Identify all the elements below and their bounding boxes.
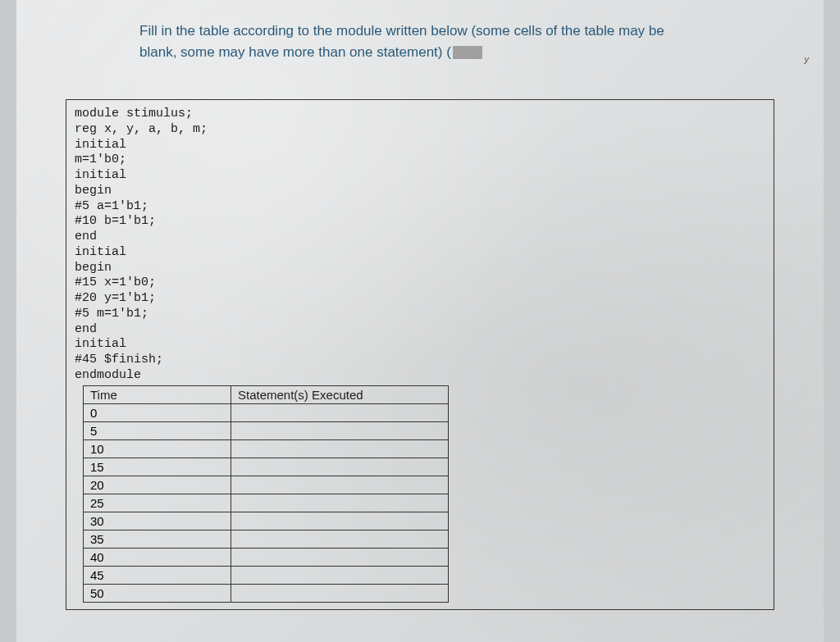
code-line: initial	[75, 245, 126, 259]
cell-time: 10	[84, 439, 231, 458]
table-row: 40	[84, 548, 449, 566]
header-time: Time	[84, 385, 231, 403]
table-header-row: Time Statement(s) Executed	[84, 385, 449, 403]
code-line: initial	[75, 138, 126, 152]
table-row: 20	[84, 476, 449, 494]
table-row: 35	[84, 530, 449, 548]
code-line: initial	[75, 168, 126, 182]
instruction-text: Fill in the table according to the modul…	[139, 20, 742, 62]
code-line: #5 m=1'b1;	[75, 307, 148, 321]
cell-time: 45	[84, 566, 231, 584]
cell-stmt	[231, 494, 449, 512]
table-row: 50	[84, 584, 449, 602]
cell-time: 5	[84, 421, 231, 439]
code-line: m=1'b0;	[75, 153, 126, 166]
cell-stmt	[231, 476, 449, 494]
code-line: #5 a=1'b1;	[75, 199, 148, 213]
corner-mark: y	[805, 54, 810, 64]
code-line: #15 x=1'b0;	[75, 275, 156, 289]
content-box: module stimulus; reg x, y, a, b, m; init…	[66, 99, 774, 610]
cell-stmt	[231, 458, 449, 476]
redacted-box	[453, 46, 482, 59]
cell-time: 0	[84, 403, 231, 421]
cell-stmt	[231, 566, 449, 584]
table-row: 0	[84, 403, 449, 421]
cell-time: 30	[84, 512, 231, 530]
code-line: #45 $finish;	[75, 353, 163, 367]
table-row: 30	[84, 512, 449, 530]
code-line: begin	[75, 184, 112, 198]
code-line: module stimulus;	[75, 107, 193, 121]
table-row: 15	[84, 458, 449, 476]
instruction-line-1: Fill in the table according to the modul…	[139, 23, 664, 39]
cell-time: 40	[84, 548, 231, 566]
page-surface: Fill in the table according to the modul…	[16, 0, 824, 642]
table-row: 5	[84, 421, 449, 439]
code-line: initial	[75, 337, 126, 351]
cell-stmt	[231, 512, 449, 530]
table-row: 10	[84, 439, 449, 458]
code-line: #10 b=1'b1;	[75, 214, 156, 228]
code-block: module stimulus; reg x, y, a, b, m; init…	[75, 107, 765, 384]
cell-stmt	[231, 530, 449, 548]
code-line: #20 y=1'b1;	[75, 291, 156, 305]
instruction-line-2: blank, some may have more than one state…	[139, 44, 451, 60]
cell-stmt	[231, 439, 449, 458]
cell-time: 25	[84, 494, 231, 512]
execution-table: Time Statement(s) Executed 0 5 10 15 20	[83, 385, 449, 603]
cell-stmt	[231, 403, 449, 421]
header-statements: Statement(s) Executed	[231, 385, 449, 403]
table-row: 45	[84, 566, 449, 584]
code-line: end	[75, 230, 97, 244]
cell-stmt	[231, 584, 449, 602]
cell-time: 35	[84, 530, 231, 548]
table-row: 25	[84, 494, 449, 512]
cell-stmt	[231, 421, 449, 439]
code-line: endmodule	[75, 368, 141, 382]
cell-time: 15	[84, 458, 231, 476]
code-line: begin	[75, 261, 112, 275]
code-line: end	[75, 322, 97, 336]
cell-time: 20	[84, 476, 231, 494]
cell-time: 50	[84, 584, 231, 602]
cell-stmt	[231, 548, 449, 566]
code-line: reg x, y, a, b, m;	[75, 122, 208, 136]
